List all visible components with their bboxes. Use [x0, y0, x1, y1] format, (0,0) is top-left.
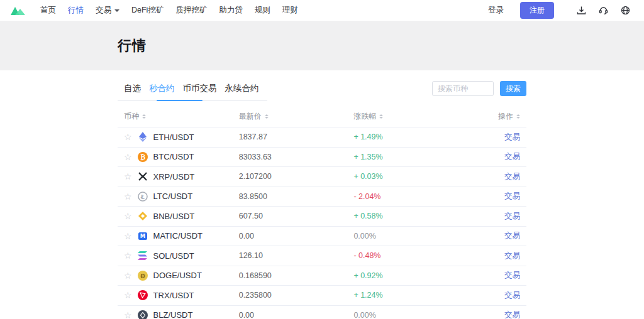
market-tab[interactable]: 永续合约 — [225, 83, 259, 94]
favorite-star-icon[interactable]: ☆ — [124, 132, 132, 141]
coin-cell: ☆ BLZ/USDT — [124, 310, 239, 319]
favorite-star-icon[interactable]: ☆ — [124, 251, 132, 260]
sol-coin-icon — [138, 251, 148, 261]
nav-item[interactable]: 理财 — [282, 5, 298, 16]
active-tab-ink-bar — [157, 100, 203, 101]
search-area: 搜索 — [432, 81, 526, 96]
nav-item-label: 行情 — [68, 5, 84, 16]
table-row: ☆ BNB/USDT 607.50 + 0.58% 交易 — [118, 206, 526, 226]
nav-item[interactable]: 行情 — [68, 5, 84, 16]
table-row: ☆ ₿ BTC/USDT 83033.63 + 1.35% 交易 — [118, 147, 526, 167]
table-row: ☆ TRX/USDT 0.235800 + 1.24% 交易 — [118, 285, 526, 305]
trade-link[interactable]: 交易 — [504, 191, 520, 202]
favorite-star-icon[interactable]: ☆ — [124, 311, 132, 319]
page-banner: 行情 — [0, 21, 644, 70]
market-tab[interactable]: 币币交易 — [183, 83, 217, 94]
brand-logo[interactable] — [10, 5, 26, 16]
trade-link[interactable]: 交易 — [504, 251, 520, 261]
trade-link[interactable]: 交易 — [504, 132, 520, 143]
change-percent: + 0.92% — [353, 271, 382, 280]
coin-cell: ☆ M MATIC/USDT — [124, 231, 239, 241]
nav-item[interactable]: 规则 — [255, 5, 270, 16]
main-nav: 首页 行情 交易 DeFi挖矿 质押挖矿 助力贷 规则 理财 — [40, 5, 310, 16]
trade-link[interactable]: 交易 — [504, 310, 520, 319]
svg-text:M: M — [140, 233, 145, 239]
coin-cell: ☆ ₿ BTC/USDT — [124, 152, 239, 162]
pair-name: BTC/USDT — [153, 152, 194, 161]
coin-cell: ☆ XRP/USDT — [124, 171, 239, 181]
column-header[interactable]: 币种 — [124, 111, 239, 122]
favorite-star-icon[interactable]: ☆ — [124, 172, 132, 181]
nav-item[interactable]: 质押挖矿 — [175, 5, 207, 16]
latest-price: 607.50 — [239, 212, 263, 220]
latest-price: 83033.63 — [239, 153, 272, 161]
sort-caret-icon[interactable] — [142, 112, 146, 121]
trade-link[interactable]: 交易 — [504, 171, 520, 182]
pair-name: XRP/USDT — [153, 172, 195, 181]
table-row: ☆ Đ DOGE/USDT 0.168590 + 0.92% 交易 — [118, 266, 526, 286]
market-toolbar: 自选秒合约币币交易永续合约 搜索 — [118, 80, 526, 101]
coin-cell: ☆ Đ DOGE/USDT — [124, 271, 239, 281]
coin-cell: ☆ ETH/USDT — [124, 132, 239, 142]
nav-item[interactable]: DeFi挖矿 — [131, 5, 164, 16]
download-app-icon[interactable] — [577, 6, 586, 15]
latest-price: 126.10 — [239, 251, 263, 260]
page-title: 行情 — [118, 36, 526, 55]
login-link[interactable]: 登录 — [488, 5, 504, 16]
favorite-star-icon[interactable]: ☆ — [124, 153, 132, 161]
column-header[interactable]: 涨跌幅 — [353, 111, 472, 122]
change-percent: - 0.48% — [353, 251, 380, 260]
market-tab[interactable]: 秒合约 — [149, 83, 175, 94]
pair-name: ETH/USDT — [153, 132, 194, 142]
column-header-label: 涨跌幅 — [353, 111, 376, 122]
trx-coin-icon — [138, 290, 148, 300]
change-percent: + 1.49% — [353, 132, 382, 141]
search-button[interactable]: 搜索 — [500, 81, 526, 96]
trade-link[interactable]: 交易 — [504, 151, 520, 162]
sort-caret-icon[interactable] — [265, 112, 269, 121]
coin-cell: ☆ SOL/USDT — [124, 251, 239, 261]
sort-caret-icon[interactable] — [516, 112, 520, 121]
change-percent: - 2.04% — [353, 192, 380, 201]
favorite-star-icon[interactable]: ☆ — [124, 192, 132, 201]
pair-name: BNB/USDT — [153, 212, 195, 221]
latest-price: 2.107200 — [239, 172, 272, 181]
column-header[interactable]: 最新价 — [239, 111, 354, 122]
language-globe-icon[interactable] — [621, 6, 630, 15]
svg-text:Ł: Ł — [140, 193, 145, 200]
favorite-star-icon[interactable]: ☆ — [124, 232, 132, 241]
nav-item-label: 助力贷 — [219, 5, 243, 16]
trade-link[interactable]: 交易 — [504, 270, 520, 281]
nav-item-label: 交易 — [96, 5, 111, 16]
favorite-star-icon[interactable]: ☆ — [124, 212, 132, 220]
pair-name: SOL/USDT — [153, 251, 194, 261]
search-input[interactable] — [432, 81, 494, 96]
nav-item-label: 质押挖矿 — [175, 5, 207, 16]
latest-price: 0.00 — [239, 311, 254, 319]
register-button[interactable]: 注册 — [520, 2, 554, 19]
coin-cell: ☆ TRX/USDT — [124, 290, 239, 300]
favorite-star-icon[interactable]: ☆ — [124, 271, 132, 280]
pair-name: DOGE/USDT — [153, 271, 202, 280]
nav-item-label: 首页 — [40, 5, 56, 16]
trade-link[interactable]: 交易 — [504, 290, 520, 301]
market-content: 自选秒合约币币交易永续合约 搜索 币种 最新价 涨跌幅 操作 ☆ ETH/USD… — [118, 70, 526, 319]
favorite-star-icon[interactable]: ☆ — [124, 291, 132, 300]
column-header-label: 操作 — [498, 111, 513, 122]
trade-link[interactable]: 交易 — [504, 230, 520, 241]
table-row: ☆ BLZ/USDT 0.00 0.00% 交易 — [118, 305, 526, 319]
eth-coin-icon — [138, 132, 148, 142]
sort-caret-icon[interactable] — [379, 112, 383, 121]
blz-coin-icon — [138, 310, 148, 319]
table-row: ☆ XRP/USDT 2.107200 + 0.03% 交易 — [118, 166, 526, 187]
column-header[interactable]: 操作 — [472, 111, 520, 122]
trade-link[interactable]: 交易 — [504, 211, 520, 222]
nav-item[interactable]: 首页 — [40, 5, 56, 16]
nav-item[interactable]: 交易 — [96, 5, 119, 16]
change-percent: + 0.03% — [353, 172, 382, 181]
nav-item[interactable]: 助力贷 — [219, 5, 243, 16]
customer-service-icon[interactable] — [599, 6, 608, 15]
coin-cell: ☆ BNB/USDT — [124, 211, 239, 221]
latest-price: 0.00 — [239, 232, 254, 241]
market-tab[interactable]: 自选 — [124, 83, 141, 94]
